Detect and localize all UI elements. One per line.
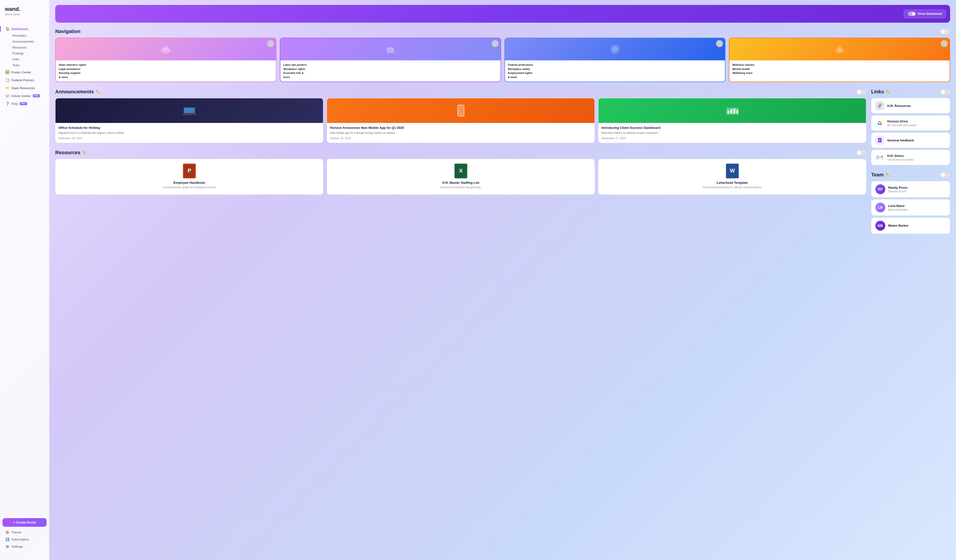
sidebar-subnav: Reminders Announcements Resources Postin… [2,33,47,68]
nav-card-federal-text: Federal protectionsWorkplace safetyEmplo… [508,63,722,79]
nav-card-wellness-avatar [941,40,948,47]
links-edit-icon[interactable]: ✏️ [886,90,890,94]
sidebar-bottom: + Create Portal 🎨 Theme ℹ️ Subscription … [0,514,49,554]
announcements-section: Announcements ✏️ [55,89,866,143]
hr-staffing-icon-area: X [454,164,468,178]
main-content: Show Dashboard Navigation [49,0,956,560]
nav-card-wellness-image [730,38,950,60]
sidebar-item-federal-policies[interactable]: 📋 Federal Policies [2,76,47,84]
sidebar-item-state-resources[interactable]: 📁 State Resources [2,84,47,92]
faq-icon: ❓ [5,102,9,106]
word-icon: W [726,163,739,178]
resources-cards-grid: P Employee Handbook Comprehensive guide … [55,159,866,195]
resources-edit-icon[interactable]: ✏️ [82,151,86,155]
announcement-holiday-desc: Adjusted hours to celebrate the season, … [58,131,320,135]
links-panel: H.R. Resources Hori [871,98,950,165]
team-section: Team ✏️ RP Randy Press Director of H.R. [871,172,950,234]
announcement-mobile-app-desc: New mobile app for estimate pricing metr… [330,131,591,135]
member-name-randy: Randy Press [888,186,908,190]
link-horizon-drive[interactable]: Horizon Drive All corporate documents [871,115,950,130]
svg-rect-3 [388,47,393,49]
link-hr-distro[interactable]: H.R. Distro Check here for tickets [871,150,950,165]
sidebar-util-subscription[interactable]: ℹ️ Subscription [2,536,47,543]
article-center-icon: 📰 [5,94,9,98]
links-toggle[interactable] [940,89,950,95]
announcement-holiday[interactable]: Office Schedule for Holiday Adjusted hou… [55,98,323,143]
article-center-badge: PRO [33,94,40,97]
sidebar-item-resources[interactable]: Resources [10,45,47,50]
announcements-toggle[interactable] [856,89,866,95]
sidebar-util-theme[interactable]: 🎨 Theme [2,529,47,536]
member-role-randy: Director of H.R. [888,190,908,193]
svg-text:W: W [730,168,735,174]
team-member-mateo[interactable]: MB Mateo Barker [871,218,950,234]
svg-rect-16 [733,109,735,114]
sidebar-util-settings[interactable]: ⚙️ Settings [2,543,47,550]
theme-icon: 🎨 [5,530,9,534]
sidebar-item-links[interactable]: Links [10,56,47,62]
link-hr-distro-desc: Check here for tickets [887,158,914,161]
app-name: wand. [5,6,44,12]
team-member-livia[interactable]: LB Livia Bator Admin Assistant [871,199,950,216]
document-icon [877,138,882,143]
resource-hr-staffing-desc: Record of employee assignments [441,185,481,189]
dashboard-icon: 🏠 [5,27,9,31]
sidebar-item-article-center[interactable]: 📰 Article Center PRO [2,92,47,100]
announcement-client-success-title: Introducing Client Success Dashboard [601,126,863,130]
announcements-edit-icon[interactable]: ✏️ [96,90,100,94]
team-edit-icon[interactable]: ✏️ [886,173,890,177]
navigation-section-title: Navigation [55,28,80,34]
general-feedback-icon [875,136,884,144]
announcements-cards-grid: Office Schedule for Holiday Adjusted hou… [55,98,866,143]
nav-card-federal[interactable]: Federal protectionsWorkplace safetyEmplo… [505,38,726,82]
svg-rect-34 [877,155,882,160]
sidebar-item-state-resources-label: State Resources [11,86,35,90]
announcement-client-success-date: September 27, 2024 [601,137,863,140]
resource-employee-handbook[interactable]: P Employee Handbook Comprehensive guide … [55,159,323,195]
team-section-header: Team ✏️ [871,172,950,178]
dashboard-toggle[interactable] [908,12,916,16]
link-hr-resources[interactable]: H.R. Resources [871,98,950,113]
resources-toggle[interactable] [856,150,866,155]
announcement-client-success-desc: Real-time metrics to optimize project ou… [601,131,863,135]
link-general-feedback-title: General feedback [887,138,914,142]
sidebar-item-faq[interactable]: ❓ FAQ PRO [2,100,47,108]
link-horizon-drive-desc: All corporate documents [887,124,917,127]
team-toggle[interactable] [940,172,950,178]
svg-rect-17 [736,110,738,114]
nav-card-veterans-image [56,38,276,60]
subscription-label: Subscription [11,538,29,541]
link-horizon-drive-title: Horizon Drive [887,119,917,123]
svg-rect-9 [184,108,195,113]
laptop-icon [182,106,197,116]
link-hr-resources-title: H.R. Resources [887,104,911,108]
nav-card-labor[interactable]: Labor law postersWorkplace rightsEssenti… [280,38,501,82]
settings-label: Settings [11,545,23,548]
nav-card-wellness[interactable]: Wellness articlesMental healthWellbeing … [729,38,950,82]
sidebar-item-postings[interactable]: Postings [10,50,47,56]
sidebar-item-article-center-label: Article Center [11,94,31,98]
announcement-mobile-app[interactable]: Horizon Announces New Mobile App for Q1 … [327,98,595,143]
announcement-holiday-image [55,98,323,123]
nav-card-labor-text: Labor law postersWorkplace rightsEssenti… [283,63,498,79]
federal-decoration-icon [609,43,621,55]
member-avatar-livia: LB [875,202,885,212]
poster-center-icon: 🖼️ [5,70,9,74]
sidebar-item-dashboard[interactable]: 🏠 Dashboard [2,25,47,33]
svg-point-12 [461,115,461,116]
sidebar-item-reminders[interactable]: Reminders [10,33,47,39]
team-member-randy[interactable]: RP Randy Press Director of H.R. [871,181,950,197]
sidebar-item-announcements[interactable]: Announcements [10,39,47,45]
sidebar-item-poster-center[interactable]: 🖼️ Poster Center [2,68,47,76]
navigation-toggle[interactable] [940,29,950,34]
announcements-section-header: Announcements ✏️ [55,89,866,95]
resource-hr-staffing[interactable]: X H.R. Master Staffing List Record of em… [327,159,595,195]
link-general-feedback[interactable]: General feedback [871,133,950,148]
resource-letterhead[interactable]: W Letterhead Template Professional brand… [598,159,866,195]
show-dashboard-button[interactable]: Show Dashboard [904,9,946,18]
announcement-client-success[interactable]: Introducing Client Success Dashboard Rea… [598,98,866,143]
create-portal-button[interactable]: + Create Portal [2,518,47,527]
nav-card-veterans[interactable]: State veteran's rightsLegal assistanceHo… [55,38,277,82]
sidebar-item-team[interactable]: Team [10,62,47,68]
excel-icon: X [454,163,467,178]
